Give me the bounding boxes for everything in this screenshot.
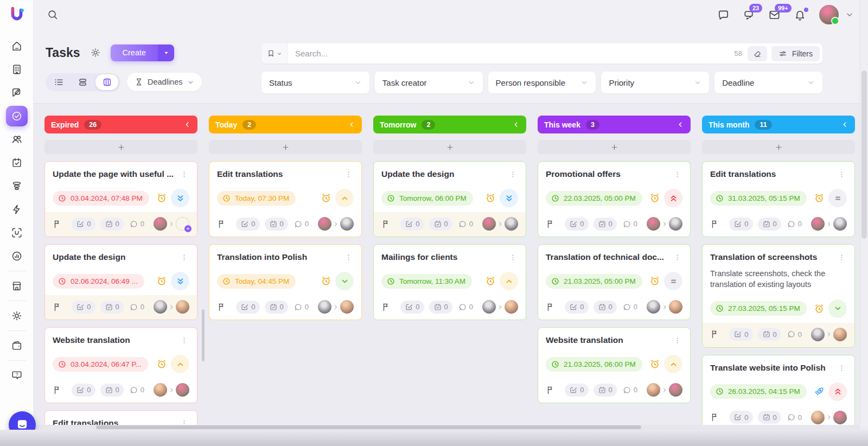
card-menu-button[interactable]: [672, 252, 682, 263]
events-counter[interactable]: 0: [429, 301, 452, 314]
responsible-avatar[interactable]: [669, 300, 682, 314]
horizontal-scrollbar-thumb[interactable]: [96, 425, 641, 429]
task-card[interactable]: Update the design Tomorrow, 06:00 PM: [373, 161, 526, 237]
task-card[interactable]: Edit translations 31.03.2025, 05:15 PM: [702, 161, 855, 237]
reminder-clock-icon[interactable]: [485, 276, 496, 286]
reminder-clock-icon[interactable]: [649, 276, 660, 286]
column-header[interactable]: Expired 26: [44, 116, 197, 133]
filter-deadline[interactable]: Deadline: [714, 72, 822, 93]
card-menu-button[interactable]: [179, 252, 189, 263]
responsible-avatar[interactable]: [833, 328, 847, 341]
card-menu-button[interactable]: [837, 169, 847, 180]
events-counter[interactable]: 0: [265, 301, 288, 314]
sidebar-item-support[interactable]: ?: [6, 365, 28, 386]
events-counter[interactable]: 0: [593, 218, 617, 231]
events-counter[interactable]: 0: [758, 328, 781, 341]
flag-button[interactable]: [217, 302, 227, 312]
checklist-counter[interactable]: 0: [72, 384, 95, 397]
checklist-counter[interactable]: 0: [236, 301, 259, 314]
flag-button[interactable]: [710, 219, 720, 229]
creator-avatar[interactable]: [154, 300, 167, 314]
search-input[interactable]: [288, 49, 734, 58]
column-header[interactable]: This week 3: [538, 116, 691, 133]
task-card[interactable]: Website translation 03.04.2024, 06:47 P.…: [44, 327, 197, 403]
rocket-icon[interactable]: [814, 386, 825, 397]
creator-avatar[interactable]: [647, 383, 660, 397]
flag-button[interactable]: [53, 302, 62, 312]
responsible-avatar[interactable]: [176, 383, 189, 397]
checklist-counter[interactable]: 0: [565, 218, 588, 231]
comments-counter[interactable]: 0: [786, 411, 803, 424]
card-menu-button[interactable]: [837, 363, 847, 373]
collapse-column-button[interactable]: [348, 121, 355, 128]
sidebar-item-finance[interactable]: [6, 335, 28, 356]
add-task-button[interactable]: [702, 140, 855, 154]
priority-high-icon[interactable]: [171, 355, 189, 373]
creator-avatar[interactable]: [482, 217, 496, 231]
checklist-counter[interactable]: 0: [565, 384, 588, 397]
deadline-pill[interactable]: 27.03.2025, 05:15 PM: [710, 301, 807, 316]
comments-counter[interactable]: 0: [622, 218, 639, 231]
task-card[interactable]: Translate website into Polish 26.03.2025…: [702, 355, 855, 431]
comments-counter[interactable]: 0: [129, 218, 145, 231]
events-counter[interactable]: 0: [758, 411, 781, 424]
checklist-counter[interactable]: 0: [400, 218, 424, 231]
task-title[interactable]: Edit translations: [217, 169, 339, 179]
task-title[interactable]: Website translation: [546, 335, 668, 345]
priority-lowest-icon[interactable]: [171, 272, 189, 290]
events-counter[interactable]: 0: [593, 384, 617, 397]
deadline-pill[interactable]: 03.04.2024, 07:48 PM: [53, 191, 149, 206]
flag-button[interactable]: [546, 385, 556, 395]
events-counter[interactable]: 0: [100, 301, 124, 314]
task-title[interactable]: Edit translations: [710, 169, 832, 179]
deadline-pill[interactable]: 02.06.2024, 06:49 ...: [53, 274, 144, 289]
filter-priority[interactable]: Priority: [601, 72, 709, 93]
add-assignee-button[interactable]: [176, 217, 189, 231]
responsible-avatar[interactable]: [833, 411, 847, 424]
user-avatar[interactable]: [819, 5, 839, 24]
reminder-clock-icon[interactable]: [814, 193, 825, 203]
comments-counter[interactable]: 0: [293, 301, 310, 314]
creator-avatar[interactable]: [318, 300, 331, 314]
sidebar-item-settings[interactable]: [6, 305, 28, 326]
flag-button[interactable]: [381, 219, 391, 229]
deadline-pill[interactable]: Today, 04:45 PM: [217, 274, 296, 289]
reminder-clock-icon[interactable]: [156, 193, 167, 203]
comments-counter[interactable]: 0: [622, 384, 639, 397]
task-card[interactable]: Update the design 02.06.2024, 06:49 ...: [44, 244, 197, 320]
task-card[interactable]: Translation of screenshots Translate scr…: [702, 244, 855, 348]
comments-counter[interactable]: 0: [786, 218, 803, 231]
sidebar-item-analytics[interactable]: [6, 246, 28, 266]
task-card[interactable]: Translation of technical doc... 21.03.20…: [538, 244, 691, 320]
comments-counter[interactable]: 0: [457, 218, 474, 231]
tasks-settings-button[interactable]: [90, 47, 101, 58]
responsible-avatar[interactable]: [505, 300, 518, 314]
deadline-pill[interactable]: Tomorrow, 06:00 PM: [381, 191, 473, 206]
task-title[interactable]: Update the design: [53, 252, 175, 262]
sidebar-item-marketplace[interactable]: [6, 276, 28, 296]
card-menu-button[interactable]: [343, 169, 354, 180]
mail-button[interactable]: 99+: [768, 9, 781, 21]
comments-counter[interactable]: 0: [786, 328, 803, 341]
filter-status[interactable]: Status: [261, 72, 369, 93]
filter-task-creator[interactable]: Task creator: [375, 72, 483, 93]
comments-counter[interactable]: 0: [457, 301, 474, 314]
create-button[interactable]: Create: [111, 44, 158, 61]
reminder-clock-icon[interactable]: [649, 359, 660, 369]
priority-low-icon[interactable]: [828, 300, 847, 318]
creator-avatar[interactable]: [647, 300, 660, 314]
responsible-avatar[interactable]: [505, 217, 518, 231]
task-title[interactable]: Promotional offers: [546, 169, 668, 179]
checklist-counter[interactable]: 0: [565, 301, 588, 314]
creator-avatar[interactable]: [647, 217, 660, 231]
vertical-scrollbar-thumb[interactable]: [861, 71, 867, 239]
collapse-column-button[interactable]: [677, 121, 684, 128]
responsible-avatar[interactable]: [833, 217, 847, 231]
reminder-clock-icon[interactable]: [649, 193, 660, 203]
card-menu-button[interactable]: [508, 252, 518, 263]
sidebar-item-tasks[interactable]: [6, 106, 28, 126]
creator-avatar[interactable]: [811, 328, 825, 341]
card-menu-button[interactable]: [672, 169, 682, 180]
task-title[interactable]: Mailings for clients: [381, 252, 503, 262]
priority-normal-icon[interactable]: [828, 189, 847, 207]
